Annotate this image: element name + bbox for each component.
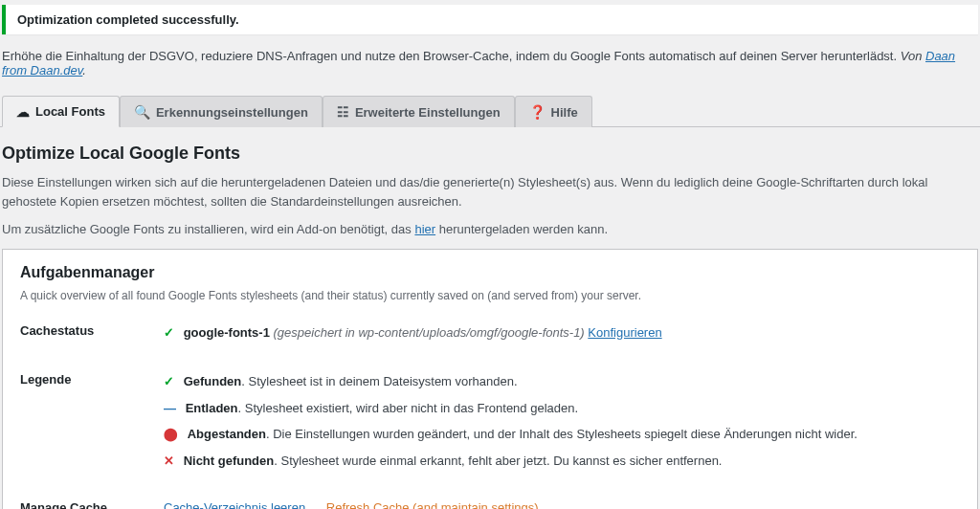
tab-detection-settings[interactable]: 🔍 Erkennungseinstellungen	[120, 96, 323, 127]
search-icon: 🔍	[134, 105, 150, 119]
dash-icon: —	[164, 401, 176, 415]
legend-row: Legende ✓ Gefunden. Stylesheet ist in de…	[20, 372, 960, 477]
tab-local-fonts[interactable]: ☁ Local Fonts	[2, 96, 120, 127]
cross-icon: ✕	[164, 454, 174, 468]
warning-icon: ⬤	[164, 427, 178, 441]
addon-link[interactable]: hier	[414, 222, 435, 236]
help-icon: ❓	[529, 105, 546, 119]
plugin-subtitle: Erhöhe die Einhaltung der DSGVO, reduzie…	[0, 49, 980, 81]
refresh-cache-link[interactable]: Refresh Cache (and maintain settings)	[326, 500, 539, 509]
cache-status-row: Cachestatus ✓ google-fonts-1 (gespeicher…	[20, 323, 960, 350]
panel-subtitle: A quick overview of all found Google Fon…	[20, 289, 960, 302]
manage-cache-label: Manage Cache	[20, 500, 164, 509]
configure-link[interactable]: Konfigurieren	[588, 325, 661, 340]
check-icon: ✓	[164, 325, 174, 340]
cache-status-item: ✓ google-fonts-1 (gespeichert in wp-cont…	[164, 323, 960, 343]
legend-unloaded: — Entladen. Stylesheet existiert, wird a…	[164, 399, 960, 418]
notice-text: Optimization completed successfully.	[17, 12, 967, 27]
panel-title: Aufgabenmanager	[20, 264, 960, 281]
tab-content: Optimize Local Google Fonts Diese Einste…	[0, 127, 980, 509]
legend-label: Legende	[20, 372, 164, 477]
check-icon: ✓	[164, 374, 174, 388]
tab-bar: ☁ Local Fonts 🔍 Erkennungseinstellungen …	[0, 96, 980, 127]
tab-help[interactable]: ❓ Hilfe	[515, 96, 592, 127]
task-manager-panel: Aufgabenmanager A quick overview of all …	[2, 249, 978, 510]
page-heading: Optimize Local Google Fonts	[2, 144, 978, 164]
legend-notfound: ✕ Nicht gefunden. Stylesheet wurde einma…	[164, 452, 960, 471]
settings-icon: ☷	[337, 105, 349, 119]
legend-stale: ⬤ Abgestanden. Die Einstellungen wurden …	[164, 425, 960, 444]
tab-advanced-settings[interactable]: ☷ Erweiterte Einstellungen	[323, 96, 515, 127]
manage-cache-row: Manage Cache Cache-Verzeichnis leeren Re…	[20, 500, 960, 509]
cloud-download-icon: ☁	[16, 105, 30, 119]
page-desc-2: Um zusätzliche Google Fonts zu installie…	[2, 220, 978, 239]
page-desc-1: Diese Einstellungen wirken sich auf die …	[2, 173, 978, 210]
success-notice: Optimization completed successfully.	[2, 5, 978, 34]
empty-cache-link[interactable]: Cache-Verzeichnis leeren	[164, 500, 305, 509]
cache-status-label: Cachestatus	[20, 323, 164, 350]
legend-found: ✓ Gefunden. Stylesheet ist in deinem Dat…	[164, 372, 960, 391]
